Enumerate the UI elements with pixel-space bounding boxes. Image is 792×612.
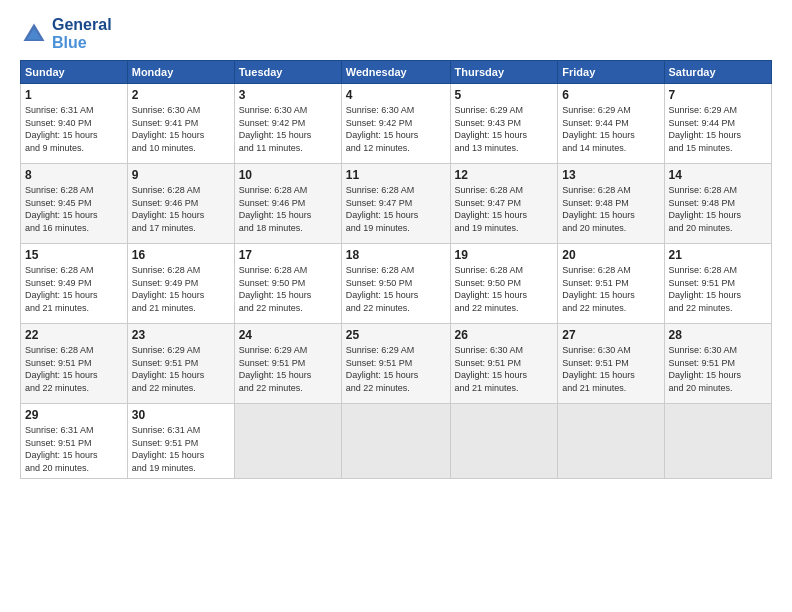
day-number: 9 [132,168,230,182]
calendar-cell: 2Sunrise: 6:30 AM Sunset: 9:41 PM Daylig… [127,84,234,164]
calendar-cell: 9Sunrise: 6:28 AM Sunset: 9:46 PM Daylig… [127,164,234,244]
day-info: Sunrise: 6:28 AM Sunset: 9:47 PM Dayligh… [346,184,446,234]
calendar-cell [450,404,558,479]
day-info: Sunrise: 6:30 AM Sunset: 9:41 PM Dayligh… [132,104,230,154]
calendar-cell [664,404,771,479]
day-info: Sunrise: 6:29 AM Sunset: 9:43 PM Dayligh… [455,104,554,154]
day-info: Sunrise: 6:28 AM Sunset: 9:46 PM Dayligh… [132,184,230,234]
day-info: Sunrise: 6:29 AM Sunset: 9:51 PM Dayligh… [346,344,446,394]
day-info: Sunrise: 6:29 AM Sunset: 9:44 PM Dayligh… [562,104,659,154]
day-info: Sunrise: 6:30 AM Sunset: 9:42 PM Dayligh… [239,104,337,154]
day-info: Sunrise: 6:30 AM Sunset: 9:51 PM Dayligh… [455,344,554,394]
page: General Blue SundayMondayTuesdayWednesda… [0,0,792,612]
calendar-cell: 4Sunrise: 6:30 AM Sunset: 9:42 PM Daylig… [341,84,450,164]
header: General Blue [20,16,772,52]
calendar-cell: 5Sunrise: 6:29 AM Sunset: 9:43 PM Daylig… [450,84,558,164]
calendar-cell: 24Sunrise: 6:29 AM Sunset: 9:51 PM Dayli… [234,324,341,404]
day-header-monday: Monday [127,61,234,84]
calendar-cell: 15Sunrise: 6:28 AM Sunset: 9:49 PM Dayli… [21,244,128,324]
day-info: Sunrise: 6:28 AM Sunset: 9:48 PM Dayligh… [562,184,659,234]
calendar-cell [558,404,664,479]
day-number: 27 [562,328,659,342]
calendar-cell: 7Sunrise: 6:29 AM Sunset: 9:44 PM Daylig… [664,84,771,164]
day-number: 28 [669,328,767,342]
day-info: Sunrise: 6:30 AM Sunset: 9:42 PM Dayligh… [346,104,446,154]
day-number: 30 [132,408,230,422]
day-info: Sunrise: 6:28 AM Sunset: 9:49 PM Dayligh… [132,264,230,314]
day-number: 2 [132,88,230,102]
day-info: Sunrise: 6:28 AM Sunset: 9:45 PM Dayligh… [25,184,123,234]
day-info: Sunrise: 6:28 AM Sunset: 9:46 PM Dayligh… [239,184,337,234]
calendar-cell: 16Sunrise: 6:28 AM Sunset: 9:49 PM Dayli… [127,244,234,324]
day-info: Sunrise: 6:28 AM Sunset: 9:50 PM Dayligh… [455,264,554,314]
day-number: 25 [346,328,446,342]
calendar-cell: 3Sunrise: 6:30 AM Sunset: 9:42 PM Daylig… [234,84,341,164]
day-number: 7 [669,88,767,102]
calendar-cell: 14Sunrise: 6:28 AM Sunset: 9:48 PM Dayli… [664,164,771,244]
day-number: 23 [132,328,230,342]
day-number: 6 [562,88,659,102]
day-header-friday: Friday [558,61,664,84]
calendar-cell: 19Sunrise: 6:28 AM Sunset: 9:50 PM Dayli… [450,244,558,324]
day-info: Sunrise: 6:28 AM Sunset: 9:50 PM Dayligh… [346,264,446,314]
day-info: Sunrise: 6:31 AM Sunset: 9:40 PM Dayligh… [25,104,123,154]
day-number: 21 [669,248,767,262]
day-info: Sunrise: 6:28 AM Sunset: 9:51 PM Dayligh… [562,264,659,314]
calendar-cell [234,404,341,479]
day-number: 29 [25,408,123,422]
calendar-cell: 10Sunrise: 6:28 AM Sunset: 9:46 PM Dayli… [234,164,341,244]
logo-text: General Blue [52,16,112,52]
day-info: Sunrise: 6:31 AM Sunset: 9:51 PM Dayligh… [25,424,123,474]
day-number: 26 [455,328,554,342]
day-number: 12 [455,168,554,182]
calendar-cell: 18Sunrise: 6:28 AM Sunset: 9:50 PM Dayli… [341,244,450,324]
calendar-table: SundayMondayTuesdayWednesdayThursdayFrid… [20,60,772,479]
calendar-cell: 26Sunrise: 6:30 AM Sunset: 9:51 PM Dayli… [450,324,558,404]
day-number: 4 [346,88,446,102]
day-header-sunday: Sunday [21,61,128,84]
calendar-cell: 13Sunrise: 6:28 AM Sunset: 9:48 PM Dayli… [558,164,664,244]
day-number: 5 [455,88,554,102]
day-header-wednesday: Wednesday [341,61,450,84]
day-info: Sunrise: 6:29 AM Sunset: 9:51 PM Dayligh… [239,344,337,394]
day-info: Sunrise: 6:28 AM Sunset: 9:49 PM Dayligh… [25,264,123,314]
day-number: 10 [239,168,337,182]
day-header-tuesday: Tuesday [234,61,341,84]
calendar-cell: 11Sunrise: 6:28 AM Sunset: 9:47 PM Dayli… [341,164,450,244]
day-info: Sunrise: 6:28 AM Sunset: 9:51 PM Dayligh… [25,344,123,394]
calendar-cell: 22Sunrise: 6:28 AM Sunset: 9:51 PM Dayli… [21,324,128,404]
calendar-cell: 28Sunrise: 6:30 AM Sunset: 9:51 PM Dayli… [664,324,771,404]
logo-icon [20,20,48,48]
day-number: 19 [455,248,554,262]
calendar-cell: 20Sunrise: 6:28 AM Sunset: 9:51 PM Dayli… [558,244,664,324]
day-info: Sunrise: 6:28 AM Sunset: 9:50 PM Dayligh… [239,264,337,314]
day-number: 8 [25,168,123,182]
calendar-cell: 25Sunrise: 6:29 AM Sunset: 9:51 PM Dayli… [341,324,450,404]
calendar-cell: 23Sunrise: 6:29 AM Sunset: 9:51 PM Dayli… [127,324,234,404]
day-number: 20 [562,248,659,262]
day-number: 17 [239,248,337,262]
day-header-thursday: Thursday [450,61,558,84]
calendar-cell: 8Sunrise: 6:28 AM Sunset: 9:45 PM Daylig… [21,164,128,244]
day-number: 13 [562,168,659,182]
day-number: 22 [25,328,123,342]
calendar-cell: 1Sunrise: 6:31 AM Sunset: 9:40 PM Daylig… [21,84,128,164]
day-info: Sunrise: 6:28 AM Sunset: 9:47 PM Dayligh… [455,184,554,234]
day-number: 1 [25,88,123,102]
calendar-cell: 29Sunrise: 6:31 AM Sunset: 9:51 PM Dayli… [21,404,128,479]
calendar-cell: 27Sunrise: 6:30 AM Sunset: 9:51 PM Dayli… [558,324,664,404]
calendar-cell: 6Sunrise: 6:29 AM Sunset: 9:44 PM Daylig… [558,84,664,164]
day-info: Sunrise: 6:29 AM Sunset: 9:44 PM Dayligh… [669,104,767,154]
day-number: 24 [239,328,337,342]
calendar-cell [341,404,450,479]
day-header-saturday: Saturday [664,61,771,84]
calendar-cell: 30Sunrise: 6:31 AM Sunset: 9:51 PM Dayli… [127,404,234,479]
day-info: Sunrise: 6:28 AM Sunset: 9:48 PM Dayligh… [669,184,767,234]
day-info: Sunrise: 6:29 AM Sunset: 9:51 PM Dayligh… [132,344,230,394]
day-number: 3 [239,88,337,102]
day-number: 16 [132,248,230,262]
day-info: Sunrise: 6:31 AM Sunset: 9:51 PM Dayligh… [132,424,230,474]
day-info: Sunrise: 6:30 AM Sunset: 9:51 PM Dayligh… [669,344,767,394]
day-number: 11 [346,168,446,182]
day-info: Sunrise: 6:30 AM Sunset: 9:51 PM Dayligh… [562,344,659,394]
